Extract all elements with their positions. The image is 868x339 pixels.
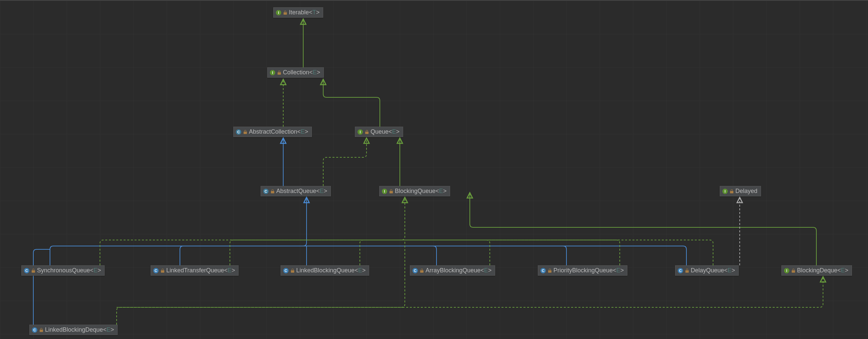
node-label: LinkedBlockingQueue<E> [296, 267, 366, 274]
node-delay-queue[interactable]: C DelayQueue<E> [675, 265, 739, 276]
node-synchronous-queue[interactable]: C SynchronousQueue<E> [21, 265, 105, 276]
lock-icon [161, 269, 164, 273]
node-array-blocking-queue[interactable]: C ArrayBlockingQueue<E> [410, 265, 495, 276]
node-delayed[interactable]: I Delayed [720, 186, 761, 196]
diagram-canvas[interactable]: I Iterable<T> I Collection<E> C Abstract… [0, 0, 868, 339]
class-icon: C [153, 268, 159, 274]
node-label: SynchronousQueue<E> [37, 267, 101, 274]
lock-icon [271, 189, 274, 193]
node-label: AbstractQueue<E> [276, 188, 327, 195]
node-linked-blocking-deque[interactable]: C LinkedBlockingDeque<E> [29, 325, 118, 335]
interface-icon: I [276, 10, 282, 16]
svg-text:C: C [33, 328, 36, 332]
node-label: AbstractCollection<E> [249, 128, 308, 135]
lock-icon [244, 130, 247, 134]
lock-icon [685, 269, 689, 273]
abstract-class-icon: C [236, 129, 242, 135]
node-label: LinkedBlockingDeque<E> [45, 326, 114, 333]
node-label: Collection<E> [283, 69, 320, 76]
svg-text:C: C [237, 130, 240, 134]
svg-text:C: C [265, 189, 267, 193]
svg-text:C: C [155, 269, 157, 273]
node-label: Iterable<T> [289, 9, 319, 16]
svg-text:C: C [542, 269, 545, 273]
node-abstract-collection[interactable]: C AbstractCollection<E> [233, 127, 312, 137]
node-label: BlockingDeque<E> [797, 267, 848, 274]
interface-icon: I [381, 188, 388, 194]
node-linked-blocking-queue[interactable]: C LinkedBlockingQueue<E> [281, 265, 369, 276]
node-collection[interactable]: I Collection<E> [267, 67, 324, 78]
svg-text:I: I [384, 189, 385, 193]
interface-icon: I [270, 70, 276, 76]
node-label: Delayed [735, 188, 757, 195]
node-label: Queue<E> [371, 128, 400, 135]
class-icon: C [283, 268, 289, 274]
lock-icon [792, 269, 795, 273]
class-icon: C [540, 268, 546, 274]
svg-text:C: C [414, 269, 416, 273]
node-linked-transfer-queue[interactable]: C LinkedTransferQueue<E> [151, 265, 239, 276]
lock-icon [40, 328, 43, 332]
node-label: PriorityBlockingQueue<E> [554, 267, 624, 274]
svg-text:I: I [278, 11, 279, 15]
lock-icon [278, 71, 281, 75]
node-label: BlockingQueue<E> [395, 188, 446, 195]
lock-icon [548, 269, 552, 273]
lock-icon [284, 11, 287, 15]
node-queue[interactable]: I Queue<E> [355, 127, 403, 137]
node-label: LinkedTransferQueue<E> [166, 267, 235, 274]
lock-icon [291, 269, 294, 273]
svg-text:I: I [272, 71, 273, 75]
lock-icon [365, 130, 369, 134]
interface-icon: I [784, 268, 790, 274]
svg-text:C: C [284, 269, 287, 273]
interface-icon: I [722, 188, 728, 194]
abstract-class-icon: C [263, 188, 269, 194]
node-label: ArrayBlockingQueue<E> [426, 267, 492, 274]
class-icon: C [32, 327, 38, 333]
node-priority-blocking-queue[interactable]: C PriorityBlockingQueue<E> [538, 265, 627, 276]
node-label: DelayQueue<E> [691, 267, 735, 274]
lock-icon [32, 269, 35, 273]
class-icon: C [24, 268, 30, 274]
interface-icon: I [357, 129, 363, 135]
svg-text:I: I [724, 189, 725, 193]
class-icon: C [412, 268, 418, 274]
lock-icon [390, 189, 393, 193]
svg-text:C: C [25, 269, 28, 273]
node-abstract-queue[interactable]: C AbstractQueue<E> [260, 186, 331, 196]
node-blocking-deque[interactable]: I BlockingDeque<E> [781, 265, 852, 276]
svg-text:I: I [786, 269, 787, 273]
lock-icon [730, 189, 733, 193]
node-iterable[interactable]: I Iterable<T> [273, 7, 323, 18]
node-blocking-queue[interactable]: I BlockingQueue<E> [379, 186, 450, 196]
edge-layer [0, 1, 868, 339]
class-icon: C [677, 268, 683, 274]
svg-text:C: C [679, 269, 682, 273]
lock-icon [420, 269, 424, 273]
svg-text:I: I [360, 130, 361, 134]
